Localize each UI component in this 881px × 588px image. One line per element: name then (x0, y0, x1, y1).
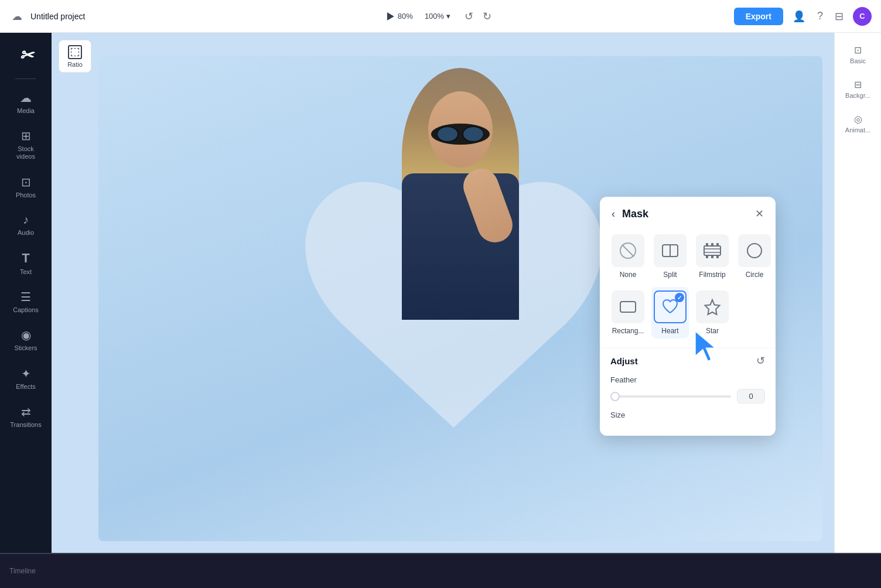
captions-icon: ☰ (21, 290, 31, 304)
svg-rect-7 (706, 243, 708, 246)
mask-item-none[interactable]: None (609, 231, 647, 282)
cloud-save-button[interactable]: ☁ (9, 8, 25, 25)
effects-icon: ✦ (21, 367, 31, 381)
sidebar-label-effects: Effects (16, 383, 35, 391)
size-row: Size (610, 411, 765, 419)
ratio-icon (68, 45, 82, 59)
mask-header: ‹ Mask ✕ (600, 197, 776, 228)
split-icon (661, 241, 679, 260)
mask-item-filmstrip[interactable]: Filmstrip (694, 231, 731, 282)
help-icon[interactable]: ? (815, 8, 825, 25)
media-icon: ☁ (20, 91, 32, 105)
adjust-reset-button[interactable]: ↺ (756, 354, 765, 367)
mask-item-circle[interactable]: Circle (736, 231, 773, 282)
basic-icon: ⊡ (854, 45, 862, 56)
sidebar-item-stock-videos[interactable]: ⊞ Stock videos (5, 123, 47, 166)
stickers-icon: ◉ (21, 328, 31, 342)
sidebar-label-stickers: Stickers (14, 344, 37, 352)
sidebar-item-effects[interactable]: ✦ Effects (5, 361, 47, 396)
sidebar: ✂ ☁ Media ⊞ Stock videos ⊡ Photos ♪ Audi… (0, 33, 52, 553)
mask-icon-filmstrip (696, 234, 729, 267)
sidebar-item-text[interactable]: T Text (5, 245, 47, 282)
mask-title: Mask (622, 208, 648, 220)
size-label: Size (610, 411, 765, 419)
svg-rect-12 (716, 255, 719, 258)
mask-item-star[interactable]: Star (694, 287, 731, 339)
filmstrip-icon (703, 241, 722, 260)
mask-icon-star (696, 290, 729, 323)
sidebar-item-transitions[interactable]: ⇄ Transitions (5, 399, 47, 435)
mask-icon-heart (654, 290, 687, 323)
sidebar-label-stock-videos: Stock videos (9, 145, 42, 160)
feather-slider-thumb[interactable] (610, 392, 620, 401)
mask-item-heart[interactable]: Heart (651, 287, 689, 339)
play-button[interactable]: 80% (387, 12, 413, 20)
sunglasses-shape (431, 124, 490, 145)
avatar[interactable]: C (853, 7, 872, 26)
redo-button[interactable]: ↻ (480, 8, 494, 25)
settings-icon[interactable]: ⊟ (832, 8, 846, 25)
sidebar-label-transitions: Transitions (10, 421, 41, 429)
zoom-value: 100% (425, 12, 444, 20)
right-panel: ⊡ Basic ⊟ Backgr... ◎ Animat... (834, 33, 881, 553)
export-button[interactable]: Export (734, 8, 783, 25)
svg-rect-10 (706, 255, 708, 258)
mask-rectangle-label: Rectang... (612, 327, 644, 335)
feather-controls: 0 (610, 389, 765, 404)
zoom-selector[interactable]: 100% ▾ (420, 9, 455, 23)
mask-none-label: None (620, 271, 637, 279)
sidebar-item-captions[interactable]: ☰ Captions (5, 284, 47, 320)
topbar: ☁ Untitled project 80% 100% ▾ ↺ ↻ Export… (0, 0, 881, 33)
sidebar-item-media[interactable]: ☁ Media (5, 85, 47, 121)
topbar-center: 80% 100% ▾ ↺ ↻ (387, 8, 494, 25)
svg-point-13 (747, 244, 762, 258)
mask-header-left: ‹ Mask (610, 207, 648, 221)
rp-label-basic: Basic (850, 57, 866, 65)
project-title: Untitled project (30, 12, 85, 21)
play-triangle-icon (387, 12, 394, 20)
sidebar-label-media: Media (17, 107, 35, 115)
mask-item-split[interactable]: Split (651, 231, 689, 282)
mask-filmstrip-label: Filmstrip (699, 271, 725, 279)
background-icon: ⊟ (854, 79, 862, 90)
rp-item-basic[interactable]: ⊡ Basic (838, 40, 879, 70)
mask-icon-split (654, 234, 687, 267)
mask-adjust: Adjust ↺ Feather 0 Size (600, 348, 776, 436)
feather-slider-track[interactable] (610, 395, 731, 398)
sidebar-item-stickers[interactable]: ◉ Stickers (5, 322, 47, 358)
rp-label-background: Backgr... (845, 92, 870, 100)
rp-item-animate[interactable]: ◎ Animat... (838, 109, 879, 139)
mask-close-button[interactable]: ✕ (754, 206, 765, 221)
mask-item-rectangle[interactable]: Rectang... (609, 287, 647, 339)
undo-button[interactable]: ↺ (462, 8, 476, 25)
feather-row: Feather 0 (610, 375, 765, 404)
user-add-icon[interactable]: 👤 (790, 8, 808, 25)
mask-back-button[interactable]: ‹ (610, 207, 616, 221)
mask-icon-rectangle (612, 290, 644, 323)
rp-item-background[interactable]: ⊟ Backgr... (838, 74, 879, 104)
svg-rect-11 (711, 255, 713, 258)
topbar-right: Export 👤 ? ⊟ C (734, 7, 872, 26)
transitions-icon: ⇄ (21, 405, 31, 419)
none-icon (619, 241, 637, 260)
star-icon (703, 298, 722, 316)
mask-icon-circle (738, 234, 771, 267)
rectangle-icon (619, 298, 637, 316)
adjust-header: Adjust ↺ (610, 354, 765, 367)
mask-panel: ‹ Mask ✕ None (600, 197, 776, 436)
sidebar-label-photos: Photos (16, 192, 36, 199)
mask-grid: None Split (600, 228, 776, 348)
logo: ✂ (13, 42, 39, 68)
timeline-placeholder: Timeline (9, 567, 36, 575)
sidebar-item-photos[interactable]: ⊡ Photos (5, 169, 47, 205)
ratio-button[interactable]: Ratio (59, 40, 91, 73)
animate-icon: ◎ (854, 114, 862, 125)
circle-icon (745, 241, 764, 260)
sidebar-label-captions: Captions (13, 306, 38, 314)
sidebar-item-audio[interactable]: ♪ Audio (5, 207, 47, 242)
text-icon: T (22, 251, 29, 266)
svg-rect-4 (704, 246, 720, 255)
mask-split-label: Split (663, 271, 677, 279)
audio-icon: ♪ (23, 213, 29, 227)
sidebar-divider (15, 78, 36, 79)
